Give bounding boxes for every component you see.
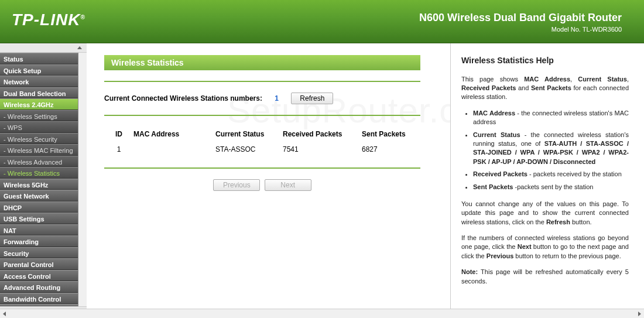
help-pane: Wireless Statistics Help This page shows… bbox=[451, 43, 644, 316]
next-button[interactable]: Next bbox=[265, 179, 311, 191]
page-title: Wireless Statistics bbox=[104, 55, 420, 70]
product-model: Model No. TL-WDR3600 bbox=[551, 26, 622, 33]
separator bbox=[104, 115, 420, 116]
help-list: MAC Address - the connected wireless sta… bbox=[473, 109, 629, 192]
nav-dhcp[interactable]: DHCP bbox=[0, 201, 78, 213]
nav-status[interactable]: Status bbox=[0, 53, 78, 64]
nav-wireless-5ghz[interactable]: Wireless 5GHz bbox=[0, 179, 78, 190]
cell-id: 1 bbox=[104, 145, 133, 153]
cell-mac bbox=[133, 145, 215, 153]
nav-guest-network[interactable]: Guest Network bbox=[0, 190, 78, 201]
station-count-value: 1 bbox=[275, 94, 279, 102]
nav-wireless-security[interactable]: -Wireless Security bbox=[0, 133, 78, 145]
sidebar-scroll-up[interactable] bbox=[0, 43, 87, 53]
content-pane: SetupRouter.co Wireless Statistics Curre… bbox=[87, 43, 451, 316]
nav-forwarding[interactable]: Forwarding bbox=[0, 235, 78, 247]
stations-table: ID MAC Address Current Status Received P… bbox=[104, 126, 420, 157]
horizontal-scrollbar[interactable] bbox=[0, 309, 644, 318]
table-row: 1STA-ASSOC75416827 bbox=[104, 142, 420, 157]
help-li-recv: Received Packets - packets received by t… bbox=[473, 170, 629, 179]
header: TP-LINK® N600 Wireless Dual Band Gigabit… bbox=[0, 0, 644, 43]
nav-dual-band-selection[interactable]: Dual Band Selection bbox=[0, 87, 78, 99]
col-recv: Received Packets bbox=[283, 130, 362, 138]
product-title: N600 Wireless Dual Band Gigabit Router bbox=[419, 12, 622, 24]
col-status: Current Status bbox=[215, 130, 283, 138]
scroll-left-icon[interactable] bbox=[3, 312, 6, 316]
help-li-mac: MAC Address - the connected wireless sta… bbox=[473, 109, 629, 127]
separator bbox=[104, 167, 420, 169]
station-count-row: Current Connected Wireless Stations numb… bbox=[104, 93, 433, 104]
nav-network[interactable]: Network bbox=[0, 76, 78, 87]
nav-usb-settings[interactable]: USB Settings bbox=[0, 213, 78, 224]
help-li-sent: Sent Packets -packets sent by the statio… bbox=[473, 183, 629, 192]
col-mac: MAC Address bbox=[133, 130, 215, 138]
nav-wireless-mac-filtering[interactable]: -Wireless MAC Filtering bbox=[0, 144, 78, 156]
nav-quick-setup[interactable]: Quick Setup bbox=[0, 64, 78, 76]
nav-nat[interactable]: NAT bbox=[0, 224, 78, 236]
nav-bandwidth-control[interactable]: Bandwidth Control bbox=[0, 293, 78, 305]
nav-wps[interactable]: -WPS bbox=[0, 121, 78, 133]
nav-parental-control[interactable]: Parental Control bbox=[0, 258, 78, 270]
cell-recv: 7541 bbox=[283, 145, 362, 153]
help-title: Wireless Statistics Help bbox=[461, 55, 629, 67]
help-li-status: Current Status - the connected wireless … bbox=[473, 131, 629, 167]
logo: TP-LINK® bbox=[12, 11, 85, 29]
help-p3: If the numbers of connected wireless sta… bbox=[461, 234, 629, 261]
col-sent: Sent Packets bbox=[362, 130, 420, 138]
help-p4: Note: This page will be refreshed automa… bbox=[461, 268, 629, 286]
nav-access-control[interactable]: Access Control bbox=[0, 270, 78, 282]
nav-wireless-statistics[interactable]: -Wireless Statistics bbox=[0, 167, 78, 179]
refresh-button[interactable]: Refresh bbox=[291, 93, 333, 104]
nav-wireless-advanced[interactable]: -Wireless Advanced bbox=[0, 156, 78, 167]
station-count-label: Current Connected Wireless Stations numb… bbox=[104, 94, 262, 102]
help-p2: You cannot change any of the values on t… bbox=[461, 200, 629, 227]
nav-wireless-settings[interactable]: -Wireless Settings bbox=[0, 110, 78, 122]
help-intro: This page shows MAC Address, Current Sta… bbox=[461, 75, 629, 102]
table-header: ID MAC Address Current Status Received P… bbox=[104, 126, 420, 142]
cell-status: STA-ASSOC bbox=[215, 145, 283, 153]
nav-advanced-routing[interactable]: Advanced Routing bbox=[0, 281, 78, 293]
scroll-right-icon[interactable] bbox=[638, 312, 641, 316]
previous-button[interactable]: Previous bbox=[213, 179, 260, 191]
col-id: ID bbox=[104, 130, 133, 138]
nav-wireless-2-4ghz[interactable]: Wireless 2.4GHz bbox=[0, 98, 78, 110]
sidebar: StatusQuick SetupNetworkDual Band Select… bbox=[0, 53, 78, 316]
nav-security[interactable]: Security bbox=[0, 247, 78, 259]
separator bbox=[104, 81, 420, 82]
cell-sent: 6827 bbox=[362, 145, 420, 153]
